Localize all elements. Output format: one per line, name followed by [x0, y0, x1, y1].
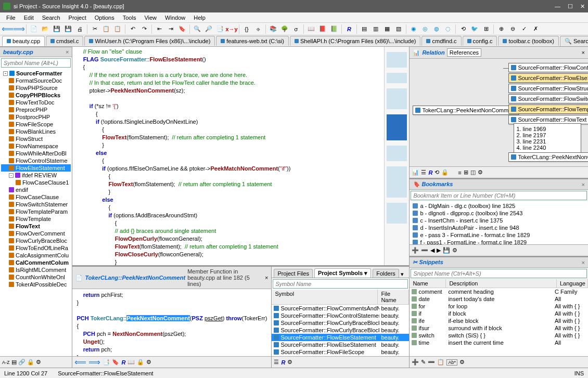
view2-icon[interactable]: ⊞: [464, 169, 468, 176]
sync-icon[interactable]: ◉: [408, 24, 419, 34]
minimize-button[interactable]: —: [555, 3, 560, 10]
search-next-icon[interactable]: 🔎: [203, 24, 214, 34]
list-item[interactable]: SourceFormatter::FlowFileScopebeauty.: [272, 348, 409, 356]
indent-right-icon[interactable]: ⇥: [165, 24, 176, 34]
sort-az-icon[interactable]: A-Z: [2, 360, 10, 365]
tree-node[interactable]: FlowNamespace: [1, 142, 71, 150]
cut-icon[interactable]: ✂: [90, 24, 100, 34]
relation-node[interactable]: SourceFormatter::FlowControlStatemen: [508, 63, 588, 72]
view1-icon[interactable]: ≡: [458, 170, 461, 176]
menu-view[interactable]: View: [140, 14, 161, 22]
context-code[interactable]: return pchFirst; } PCH TokerCLang::PeekN…: [72, 289, 271, 356]
relation-r-icon[interactable]: R: [428, 170, 432, 176]
relation-node[interactable]: SourceFormatter::FlowElseStatement: [508, 73, 588, 83]
bookmark-icon[interactable]: 🔖: [112, 359, 119, 366]
close-icon[interactable]: ×: [582, 259, 585, 266]
book3-icon[interactable]: 📗: [329, 24, 339, 34]
tree-node[interactable]: -ifdef REVIEW: [1, 172, 71, 179]
tree-node[interactable]: FlowElseStatement: [1, 164, 71, 172]
cascade-icon[interactable]: ▦: [382, 24, 392, 34]
relation-icon[interactable]: R: [344, 24, 354, 34]
sync4-icon[interactable]: ◌: [443, 24, 453, 34]
match-brace-icon[interactable]: {}: [241, 24, 252, 34]
snippet-item[interactable]: timeinsert the current timeAll: [410, 339, 588, 346]
close-button[interactable]: ✕: [580, 3, 585, 10]
save-all-icon[interactable]: 💾: [63, 24, 73, 34]
tree-node[interactable]: IsRightMLComment: [1, 266, 71, 273]
menu-project[interactable]: Project: [65, 14, 91, 22]
bookmark-item[interactable]: f - pass1 - FormatLine - format.c line 1…: [411, 239, 587, 244]
tree-node[interactable]: FlowTemplate: [1, 215, 71, 223]
tab-cmdfind[interactable]: cmdfind.c: [421, 36, 461, 46]
back-button[interactable]: ⟸: [2, 24, 12, 34]
snippet-item[interactable]: ifsursurround with if blockAll with { }: [410, 324, 588, 332]
tab-shellapi[interactable]: ShellAPI.h (C:\Program Files (x86)\...\i…: [290, 36, 421, 46]
edit-icon[interactable]: ✎: [421, 359, 426, 366]
tree-node[interactable]: PostprocPHP: [1, 113, 71, 121]
tab-search-results[interactable]: 🔍 Search Results: [560, 36, 588, 46]
relation-icon[interactable]: R: [281, 359, 285, 366]
window-list-icon[interactable]: ▧: [393, 24, 404, 34]
remove-icon[interactable]: ➖: [428, 359, 435, 366]
remove-icon[interactable]: ➖: [421, 247, 428, 254]
relation-node[interactable]: SourceFormatter::FlowSwitchStatement: [508, 94, 588, 103]
minimap[interactable]: [384, 47, 409, 265]
tree-node[interactable]: FlowText: [1, 223, 71, 230]
search-icon[interactable]: 🔍: [192, 24, 202, 34]
tree-node[interactable]: PreprocPHP: [1, 106, 71, 113]
tree-node[interactable]: FlowCurlyBraceBloc: [1, 237, 71, 244]
list-item[interactable]: SourceFormatter::FlowElseStatementbeauty…: [272, 334, 409, 341]
view3-icon[interactable]: ◫: [470, 169, 476, 176]
relation-node[interactable]: TokerCLang::PeekNextNonComment: [508, 152, 588, 162]
call-tree-icon[interactable]: 🌳: [279, 24, 290, 34]
forward-button[interactable]: ⟹: [14, 24, 24, 34]
indent-left-icon[interactable]: ⇤: [154, 24, 164, 34]
gear-icon[interactable]: ⚙: [478, 169, 483, 176]
snippet-search-input[interactable]: [411, 269, 587, 278]
relation-icon[interactable]: R: [121, 359, 125, 366]
tab-project-symbols[interactable]: Project Symbols ▾: [314, 268, 371, 278]
redo-icon[interactable]: ↷: [139, 24, 149, 34]
snippet-item[interactable]: dateinsert today's dateAll: [410, 295, 588, 303]
menu-options[interactable]: Options: [91, 14, 119, 22]
tree-node[interactable]: CountNonWhiteOnl: [1, 273, 71, 281]
symbol-search-input[interactable]: [1, 58, 71, 68]
symbol-tree[interactable]: -SourceFormatterFormatSourceDocFlowPHPSo…: [0, 69, 72, 356]
tree-node[interactable]: FlowStruct: [1, 135, 71, 142]
refresh-icon[interactable]: ⟲: [434, 169, 439, 176]
tree-node[interactable]: FlowCaseClause1: [1, 179, 71, 186]
next-icon[interactable]: ▶: [437, 247, 441, 254]
close-icon[interactable]: ×: [582, 49, 585, 56]
book2-icon[interactable]: 📕: [317, 24, 328, 34]
sync3-icon[interactable]: ◍: [431, 24, 442, 34]
tab-winuser[interactable]: WinUser.h (C:\Program Files (x86)\...\in…: [84, 36, 215, 46]
close-icon[interactable]: ×: [66, 49, 69, 55]
tree-node[interactable]: CalCommentColum: [1, 259, 71, 266]
save-icon[interactable]: 💾: [443, 247, 450, 254]
minus-icon[interactable]: ⊖: [507, 24, 518, 34]
list-item[interactable]: SourceFormatter::FlowElseStatementbeauty…: [272, 341, 409, 348]
link-icon[interactable]: 🔗: [18, 359, 25, 366]
tree-node[interactable]: TokerAtPossibleDec: [1, 281, 71, 288]
bookmark-item[interactable]: a - DlgMain - dlg.c (toolbox) line 1825: [411, 202, 587, 210]
lock-icon[interactable]: 🔒: [441, 169, 449, 176]
tree-icon[interactable]: ⊞: [481, 24, 491, 34]
add-icon[interactable]: ➕: [412, 247, 419, 254]
replace-icon[interactable]: x→y: [226, 24, 237, 34]
gear-icon[interactable]: ⚙: [36, 359, 41, 366]
tab-toolbar-c[interactable]: toolbar.c (toolbox): [498, 36, 558, 46]
list-item[interactable]: SourceFormatter::FlowCurlyBraceBlockbeau…: [272, 319, 409, 327]
check-icon[interactable]: ✓: [519, 24, 529, 34]
prev-icon[interactable]: ◀: [430, 247, 434, 254]
tree-node[interactable]: FormatSourceDoc: [1, 77, 71, 84]
bookmark-item[interactable]: d - InsertIsInAutoPair - insert.c line 9…: [411, 224, 587, 231]
tab-config[interactable]: config.c: [463, 36, 497, 46]
tree-node[interactable]: FlowTextToDoc: [1, 99, 71, 106]
tile-h-icon[interactable]: ▤: [359, 24, 369, 34]
project-symbol-list[interactable]: SourceFormatter::FlowCommentsAndNewLineb…: [272, 305, 409, 356]
tab-cmdsel[interactable]: cmdsel.c: [46, 36, 83, 46]
gear-icon[interactable]: ⚙: [287, 359, 292, 366]
menu-help[interactable]: Help: [189, 14, 210, 22]
relation-graph[interactable]: TokerCLang::PeekNextNonComment SourceFor…: [410, 59, 588, 166]
tree-node[interactable]: FlowTemplateParam: [1, 208, 71, 215]
